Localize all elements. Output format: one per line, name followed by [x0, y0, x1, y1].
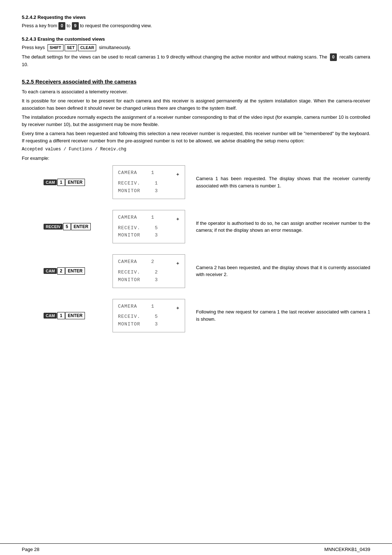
key-enter-ex3: ENTER [65, 267, 85, 275]
para-525-2: It is possible for one receiver to be pr… [22, 97, 370, 112]
lcd-display-3: CAMERA 2 ✦ RECEIV. 2 MONITOR 3 [113, 254, 185, 288]
lcd1-l3-label: MONITOR [118, 187, 140, 195]
lcd3-l2-label: RECEIV. [118, 269, 140, 276]
lcd1-l2-val: 1 [155, 180, 158, 187]
section-5243: 5.2.4.3 Erasing the customised views Pre… [22, 36, 370, 68]
lcd2-l1-val: 1 [151, 214, 155, 224]
para-525-mono: Accepted values / Functions / Receiv.chg [22, 146, 370, 153]
lcd3-asterisk: ✦ [176, 258, 180, 269]
lcd1-asterisk: ✦ [176, 169, 180, 180]
key-0: 0 [58, 22, 65, 30]
lcd4-l1-label: CAMERA [118, 303, 137, 313]
desc-ex3: Camera 2 has been requested, and the dis… [196, 264, 370, 278]
key-set: SET [65, 44, 77, 51]
lcd2-l2-val: 5 [155, 224, 158, 232]
lcd3-l3-label: MONITOR [118, 276, 140, 284]
lcd4-l1-val: 1 [151, 303, 155, 313]
key-shift: SHIFT [48, 44, 64, 51]
lcd4-l2-label: RECEIV. [118, 313, 140, 321]
example-row-2: RECEIV 5 ENTER CAMERA 1 ✦ RECEIV. 5 MONI… [44, 210, 370, 243]
example-row-1: CAM 1 ENTER CAMERA 1 ✦ RECEIV. 1 MONITOR [44, 165, 370, 199]
key-cam-3: CAM [44, 268, 57, 274]
lcd2-l3-val: 3 [155, 232, 158, 239]
key-9: 9 [72, 22, 79, 30]
para-525-1: To each camera is associated a telemetry… [22, 88, 370, 96]
para-5242-1: Press a key from 0 to 9 to request the c… [22, 22, 370, 30]
key-enter-ex4: ENTER [65, 312, 85, 319]
lcd2-l3-label: MONITOR [118, 232, 140, 239]
examples-container: CAM 1 ENTER CAMERA 1 ✦ RECEIV. 1 MONITOR [22, 165, 370, 332]
key-seq-2: RECEIV 5 ENTER [44, 223, 102, 230]
key-receiv-2: RECEIV [44, 224, 63, 230]
section-5242: 5.2.4.2 Requesting the views Press a key… [22, 15, 370, 30]
key-cam-4: CAM [44, 313, 57, 319]
para-525-4: Every time a camera has been requested a… [22, 130, 370, 144]
footer-docid: MNNCEKRKB1_0439 [324, 547, 370, 552]
heading-5243: 5.2.4.3 Erasing the customised views [22, 36, 370, 42]
lcd2-l1-label: CAMERA [118, 214, 137, 224]
heading-525: 5.2.5 Receivers associated with the came… [22, 78, 370, 85]
key-seq-1: CAM 1 ENTER [44, 179, 102, 186]
lcd3-l3-val: 3 [155, 276, 158, 284]
para-5243-1: Press keys SHIFT SET CLEAR simultaneousl… [22, 44, 370, 51]
lcd3-l1-label: CAMERA [118, 258, 137, 269]
key-2-ex3: 2 [57, 267, 65, 275]
lcd1-l3-val: 3 [155, 187, 158, 195]
para-5243-2: The default settings for the views can b… [22, 53, 370, 68]
lcd3-l2-val: 2 [155, 269, 158, 276]
key-enter-ex2: ENTER [71, 223, 91, 230]
key-cam-1: CAM [44, 179, 57, 185]
heading-5242: 5.2.4.2 Requesting the views [22, 15, 370, 20]
example-row-3: CAM 2 ENTER CAMERA 2 ✦ RECEIV. 2 MONITOR [44, 254, 370, 288]
lcd1-l2-label: RECEIV. [118, 180, 140, 187]
lcd1-l1-label: CAMERA [118, 169, 137, 180]
lcd1-l1-val: 1 [151, 169, 155, 180]
lcd-display-2: CAMERA 1 ✦ RECEIV. 5 MONITOR 3 [113, 210, 185, 243]
section-525: 5.2.5 Receivers associated with the came… [22, 78, 370, 332]
key-seq-4: CAM 1 ENTER [44, 312, 102, 319]
desc-ex4: Following the new request for camera 1 t… [196, 308, 370, 323]
lcd4-l3-label: MONITOR [118, 321, 140, 328]
desc-ex1: Camera 1 has been requested. The display… [196, 175, 370, 189]
lcd-display-4: CAMERA 1 ✦ RECEIV. 5 MONITOR 3 [113, 299, 185, 332]
key-enter-ex1: ENTER [65, 179, 85, 186]
lcd4-l3-val: 3 [155, 321, 158, 328]
key-1-ex4: 1 [57, 312, 65, 319]
key-clear: CLEAR [78, 44, 96, 51]
lcd3-l1-val: 2 [151, 258, 155, 269]
lcd4-asterisk: ✦ [176, 303, 180, 313]
key-0-recall: 0 [330, 53, 337, 61]
lcd4-l2-val: 5 [155, 313, 158, 321]
key-seq-3: CAM 2 ENTER [44, 267, 102, 275]
key-1-ex1: 1 [57, 179, 65, 186]
lcd2-asterisk: ✦ [176, 214, 180, 224]
page-footer: Page 28 MNNCEKRKB1_0439 [0, 543, 392, 555]
para-525-3: The installation procedure normally expe… [22, 114, 370, 128]
para-525-forexample: For example: [22, 155, 370, 162]
key-5-ex2: 5 [63, 223, 71, 230]
lcd-display-1: CAMERA 1 ✦ RECEIV. 1 MONITOR 3 [113, 165, 185, 199]
footer-page: Page 28 [22, 547, 39, 552]
desc-ex2: If the operator is authorised to do so, … [196, 220, 370, 234]
example-row-4: CAM 1 ENTER CAMERA 1 ✦ RECEIV. 5 MONITOR [44, 299, 370, 332]
lcd2-l2-label: RECEIV. [118, 224, 140, 232]
